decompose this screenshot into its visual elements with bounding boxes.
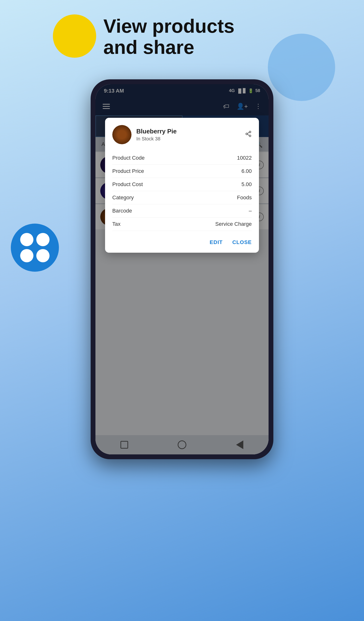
edit-button[interactable]: EDIT [210,239,223,245]
modal-product-stock: In Stock 38 [136,136,245,142]
page-title: View products and share [103,16,234,58]
modal-value: 10022 [237,155,252,161]
svg-line-4 [247,132,249,133]
modal-label: Category [112,194,134,201]
modal-title-block: Blueberry Pie In Stock 38 [136,128,245,142]
yellow-circle-decoration [53,15,96,58]
modal-label: Product Cost [112,181,143,188]
blue-circle-decoration [268,34,335,101]
modal-value: Service Charge [215,221,252,227]
phone-frame: 9:13 AM 4G ▐▌▊ 🔋 58 🏷 👤+ ⋮ OPEN BI [91,79,273,459]
modal-value: 6.00 [241,168,252,174]
modal-value: Foods [237,194,252,201]
modal-actions: EDIT CLOSE [112,237,252,245]
close-button[interactable]: CLOSE [232,239,252,245]
svg-point-0 [249,131,251,133]
svg-point-2 [249,135,251,137]
modal-value: – [249,208,252,214]
modal-label: Product Price [112,168,144,174]
modal-row-product-cost: Product Cost 5.00 [112,178,252,191]
product-detail-modal: Blueberry Pie In Stock 38 [105,118,259,253]
modal-value: 5.00 [241,181,252,188]
modal-row-tax: Tax Service Charge [112,218,252,231]
share-button[interactable] [245,131,252,139]
modal-label: Barcode [112,208,132,214]
modal-pie-image [112,125,132,144]
modal-product-name: Blueberry Pie [136,128,245,135]
modal-label: Tax [112,221,121,227]
app-logo [11,224,59,272]
modal-row-product-code: Product Code 10022 [112,152,252,165]
modal-overlay: Blueberry Pie In Stock 38 [95,84,269,454]
modal-row-category: Category Foods [112,191,252,204]
modal-row-barcode: Barcode – [112,204,252,218]
svg-line-3 [247,134,249,135]
svg-point-1 [246,133,248,135]
modal-header: Blueberry Pie In Stock 38 [112,125,252,144]
modal-product-thumbnail [112,125,132,144]
phone-screen: 9:13 AM 4G ▐▌▊ 🔋 58 🏷 👤+ ⋮ OPEN BI [95,84,269,454]
modal-row-product-price: Product Price 6.00 [112,165,252,178]
modal-label: Product Code [112,155,145,161]
